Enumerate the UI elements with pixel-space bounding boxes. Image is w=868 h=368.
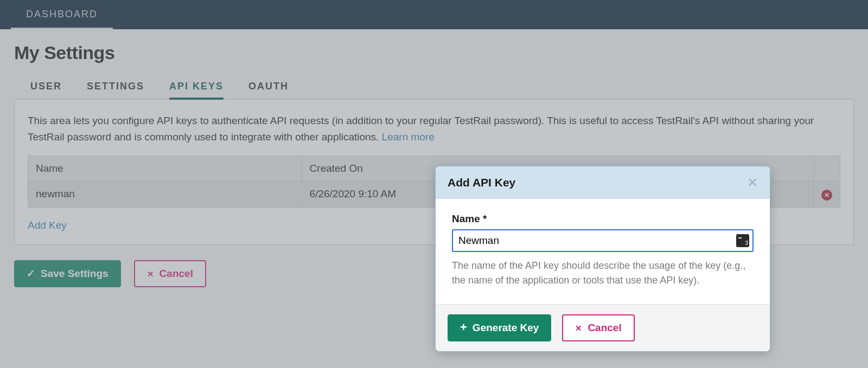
close-icon [575, 322, 582, 334]
modal-title: Add API Key [448, 176, 515, 189]
modal-cancel-label: Cancel [588, 322, 621, 334]
api-key-name-input[interactable] [452, 229, 754, 252]
generate-key-button[interactable]: Generate Key [448, 314, 551, 341]
generate-key-label: Generate Key [473, 322, 539, 334]
name-field-label: Name * [452, 213, 754, 225]
modal-cancel-button[interactable]: Cancel [562, 314, 634, 341]
plus-icon [460, 322, 467, 334]
modal-header: Add API Key ✕ [436, 166, 770, 199]
modal-body: Name * 3 The name of the API key should … [436, 199, 770, 304]
modal-footer: Generate Key Cancel [436, 304, 770, 351]
name-field-help: The name of the API key should describe … [452, 259, 754, 288]
modal-close-icon[interactable]: ✕ [747, 176, 758, 189]
add-api-key-modal: Add API Key ✕ Name * 3 The name of the A… [435, 166, 770, 352]
password-manager-icon[interactable]: 3 [736, 234, 749, 247]
